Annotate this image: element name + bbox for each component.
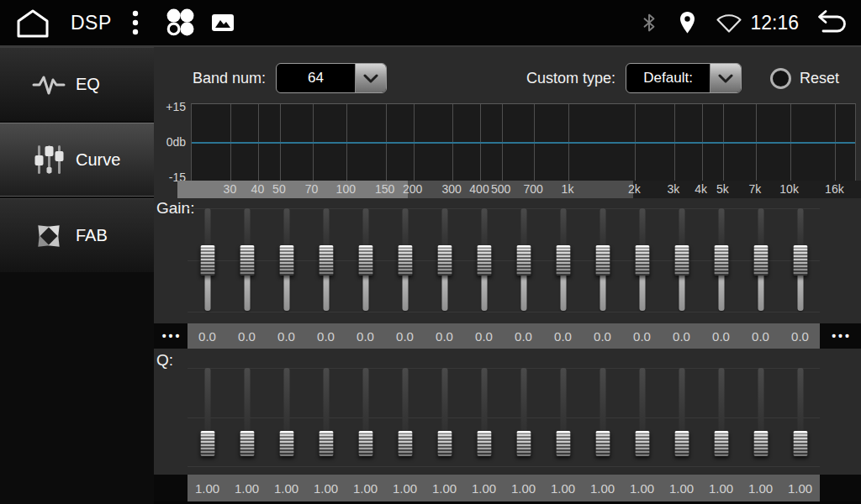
q-slider[interactable] [632, 368, 652, 467]
slider-knob[interactable] [753, 245, 768, 276]
q-slider[interactable] [593, 368, 613, 467]
q-slider[interactable] [711, 368, 732, 467]
waveform-icon [32, 71, 66, 99]
slider-knob[interactable] [595, 245, 610, 276]
q-value: 1.00 [267, 475, 306, 501]
gain-slider[interactable] [316, 208, 336, 312]
slider-knob[interactable] [635, 245, 649, 276]
slider-knob[interactable] [595, 431, 610, 456]
q-slider[interactable] [553, 368, 573, 467]
gain-slider[interactable] [593, 208, 613, 312]
slider-knob[interactable] [437, 245, 452, 276]
slider-knob[interactable] [319, 245, 333, 276]
curve-panel: Band num: 64 Custom type: Default: [154, 47, 861, 504]
grid-vline [534, 104, 535, 185]
q-slider[interactable] [474, 368, 494, 467]
slider-knob[interactable] [240, 245, 254, 276]
q-slider[interactable] [672, 368, 692, 467]
gain-value: 0.0 [741, 323, 780, 349]
gain-slider[interactable] [277, 208, 297, 312]
gain-slider[interactable] [711, 208, 732, 312]
back-icon[interactable] [811, 9, 849, 36]
clover-apps-icon[interactable] [164, 7, 196, 39]
gallery-icon[interactable] [211, 13, 235, 33]
slider-track-top [402, 368, 408, 434]
custom-type-select[interactable]: Default: [626, 63, 742, 93]
slider-track-bottom [758, 272, 763, 311]
slider-knob[interactable] [674, 245, 689, 276]
slider-knob[interactable] [556, 245, 570, 276]
gain-slider[interactable] [672, 208, 692, 312]
band-num-label: Band num: [193, 70, 266, 87]
sidebar-item-curve[interactable]: Curve [0, 123, 154, 197]
slider-track-top [600, 368, 605, 434]
slider-knob[interactable] [200, 431, 214, 456]
slider-knob[interactable] [516, 245, 531, 276]
gain-slider[interactable] [395, 208, 415, 312]
grid-vline [230, 104, 231, 185]
slider-track-bottom [402, 272, 408, 311]
scroll-bands-left-button[interactable]: ••• [154, 323, 188, 349]
q-slider[interactable] [514, 368, 534, 467]
gain-slider[interactable] [553, 208, 573, 312]
slider-knob[interactable] [319, 431, 333, 456]
slider-track-bottom [718, 272, 724, 311]
gain-slider[interactable] [632, 208, 652, 312]
slider-knob[interactable] [635, 431, 649, 456]
slider-knob[interactable] [358, 245, 372, 276]
slider-knob[interactable] [358, 431, 372, 456]
slider-knob[interactable] [516, 431, 531, 456]
grid-vline [502, 104, 503, 185]
slider-knob[interactable] [240, 431, 254, 456]
freq-tick-label: 2k [628, 181, 641, 198]
slider-knob[interactable] [753, 431, 768, 456]
slider-knob[interactable] [556, 431, 570, 456]
gain-slider[interactable] [514, 208, 534, 312]
slider-knob[interactable] [437, 431, 452, 456]
scroll-bands-right-button[interactable]: ••• [820, 323, 861, 349]
slider-knob[interactable] [279, 245, 293, 276]
overflow-menu-icon[interactable] [132, 9, 139, 36]
q-value: 1.00 [464, 475, 504, 501]
slider-track-top [797, 208, 803, 249]
gain-slider[interactable] [356, 208, 376, 312]
freq-tick-label: 50 [272, 181, 286, 198]
q-slider[interactable] [790, 368, 811, 467]
q-slider[interactable] [316, 368, 336, 467]
gain-slider[interactable] [790, 208, 811, 312]
slider-knob[interactable] [714, 431, 728, 456]
slider-knob[interactable] [793, 431, 807, 456]
q-slider[interactable] [435, 368, 455, 467]
gain-slider[interactable] [237, 208, 257, 312]
slider-knob[interactable] [200, 245, 214, 276]
reset-radio[interactable] [770, 68, 791, 89]
slider-knob[interactable] [398, 245, 412, 276]
q-slider[interactable] [277, 368, 297, 467]
q-slider[interactable] [751, 368, 771, 467]
q-slider[interactable] [395, 368, 415, 467]
home-icon[interactable] [12, 6, 54, 39]
band-num-select[interactable]: 64 [276, 63, 387, 93]
q-slider[interactable] [237, 368, 257, 467]
q-values-row: 1.001.001.001.001.001.001.001.001.001.00… [154, 475, 861, 501]
gain-slider[interactable] [751, 208, 771, 312]
q-slider[interactable] [198, 368, 218, 467]
slider-knob[interactable] [477, 431, 491, 456]
slider-knob[interactable] [674, 431, 689, 456]
slider-knob[interactable] [279, 431, 293, 456]
slider-knob[interactable] [398, 431, 412, 456]
gain-slider[interactable] [474, 208, 494, 312]
gain-values-strip: 0.00.00.00.00.00.00.00.00.00.00.00.00.00… [188, 323, 820, 349]
sidebar-item-fab[interactable]: FAB [0, 198, 154, 272]
gain-slider[interactable] [435, 208, 455, 312]
q-slider[interactable] [356, 368, 376, 467]
slider-knob[interactable] [714, 245, 728, 276]
slider-knob[interactable] [477, 245, 491, 276]
slider-knob[interactable] [793, 245, 807, 276]
gain-values-row: ••• 0.00.00.00.00.00.00.00.00.00.00.00.0… [154, 323, 861, 349]
gain-slider[interactable] [198, 208, 218, 312]
slider-track-top [362, 368, 368, 434]
sidebar-item-eq[interactable]: EQ [0, 47, 154, 121]
slider-track-bottom [283, 272, 289, 311]
slider-track-top [244, 208, 250, 249]
